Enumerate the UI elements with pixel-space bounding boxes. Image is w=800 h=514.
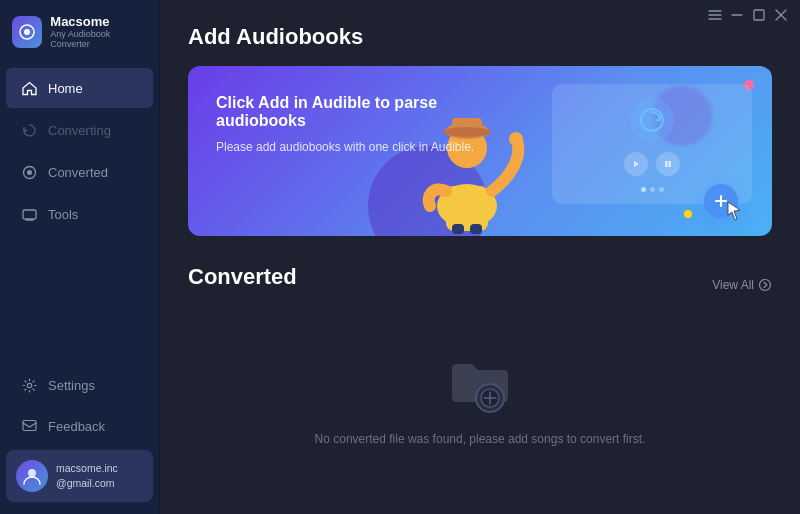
svg-rect-8	[23, 420, 36, 430]
add-audiobooks-banner[interactable]: Click Add in Audible to parse audiobooks…	[188, 66, 772, 236]
view-all-button[interactable]: View All	[712, 278, 772, 292]
menu-button[interactable]	[708, 8, 722, 22]
sidebar-item-converted[interactable]: Converted	[6, 152, 153, 192]
svg-rect-22	[446, 186, 488, 231]
svg-rect-24	[452, 224, 464, 234]
svg-point-9	[28, 469, 36, 477]
converted-header: Converted View All	[188, 264, 772, 306]
sidebar-bottom: Settings Feedback macsome.inc @gmail.com	[0, 364, 159, 514]
converted-title: Converted	[188, 264, 297, 290]
empty-state-message: No converted file was found, please add …	[315, 432, 646, 446]
main-content: Add Audiobooks Click Add in Audible to p…	[160, 0, 800, 514]
svg-rect-4	[23, 210, 36, 219]
sidebar-item-converting: Converting	[6, 110, 153, 150]
svg-point-3	[27, 170, 32, 175]
nav-items: Home Converting Converted	[0, 63, 159, 364]
avatar	[16, 460, 48, 492]
sidebar-item-feedback-label: Feedback	[48, 419, 105, 434]
close-button[interactable]	[774, 8, 788, 22]
sidebar-item-settings[interactable]: Settings	[6, 365, 153, 405]
user-email: macsome.inc @gmail.com	[56, 461, 118, 490]
sidebar: Macsome Any Audiobook Converter Home Con…	[0, 0, 160, 514]
banner-subtitle: Please add audiobooks with one click in …	[216, 138, 476, 156]
home-icon	[20, 79, 38, 97]
svg-point-32	[760, 280, 771, 291]
maximize-button[interactable]	[752, 8, 766, 22]
svg-rect-28	[665, 161, 668, 167]
feedback-icon	[20, 417, 38, 435]
main-content-area: Add Audiobooks Click Add in Audible to p…	[160, 0, 800, 514]
empty-state-icon	[444, 346, 516, 418]
sidebar-item-tools-label: Tools	[48, 207, 78, 222]
banner-title: Click Add in Audible to parse audiobooks	[216, 94, 476, 130]
svg-marker-27	[634, 161, 639, 167]
svg-point-7	[27, 383, 31, 387]
sidebar-item-home-label: Home	[48, 81, 83, 96]
svg-rect-25	[470, 224, 482, 234]
converting-icon	[20, 121, 38, 139]
add-audiobooks-title: Add Audiobooks	[188, 24, 772, 50]
logo-text: Macsome Any Audiobook Converter	[50, 14, 147, 49]
cursor-icon	[726, 200, 744, 226]
svg-point-23	[509, 132, 523, 146]
sidebar-item-converted-label: Converted	[48, 165, 108, 180]
empty-state: No converted file was found, please add …	[188, 326, 772, 466]
sidebar-item-settings-label: Settings	[48, 378, 95, 393]
user-profile[interactable]: macsome.inc @gmail.com	[6, 450, 153, 502]
sidebar-item-feedback[interactable]: Feedback	[6, 406, 153, 446]
sidebar-item-tools[interactable]: Tools	[6, 194, 153, 234]
settings-icon	[20, 376, 38, 394]
titlebar	[708, 8, 788, 22]
app-subtitle: Any Audiobook Converter	[50, 29, 147, 49]
svg-point-1	[24, 29, 30, 35]
svg-rect-29	[669, 161, 672, 167]
logo-icon	[12, 16, 42, 48]
banner-text: Click Add in Audible to parse audiobooks…	[216, 94, 476, 156]
app-logo: Macsome Any Audiobook Converter	[0, 0, 159, 63]
sidebar-item-home[interactable]: Home	[6, 68, 153, 108]
sidebar-item-converting-label: Converting	[48, 123, 111, 138]
app-title: Macsome	[50, 14, 147, 29]
dot-yellow	[684, 210, 692, 218]
tools-icon	[20, 205, 38, 223]
converted-icon	[20, 163, 38, 181]
svg-rect-14	[754, 10, 764, 20]
minimize-button[interactable]	[730, 8, 744, 22]
